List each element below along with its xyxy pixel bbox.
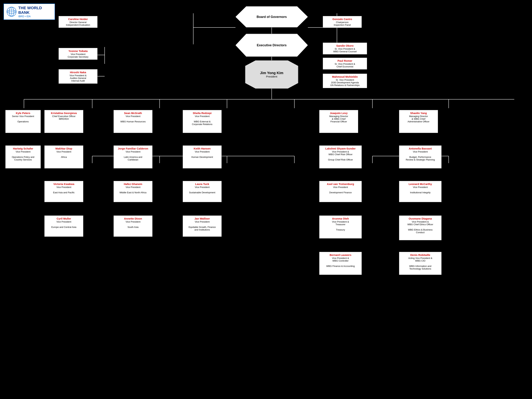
card-gonzalo: Gonzalo Castro ChairpersonInspection Pan… (323, 16, 362, 28)
card-bernard: Bernard Lauwers Vice President &WBG Cont… (319, 252, 362, 275)
card-jan: Jan Walliser Vice PresidentEquitable Gro… (183, 215, 222, 237)
card-hafez: Hafez Ghanem Vice PresidentMiddle East &… (114, 181, 152, 202)
logo-subtitle: IBRD • IDA (18, 15, 52, 18)
card-sean: Sean McGrath Vice PresidentWBG Human Res… (114, 110, 152, 133)
exec-directors-label: Executive Directors (257, 44, 287, 47)
card-annette: Annette Dixon Vice PresidentSouth Asia (114, 215, 152, 237)
logo: THE WORLD BANK IBRD • IDA (4, 4, 55, 20)
card-antonella: Antonella Bassani Vice PresidentBudget, … (399, 146, 442, 168)
card-makhtar: Makhtar Diop Vice PresidentAfrica (44, 146, 83, 168)
card-paul: Paul Romer Sr. Vice President &Chief Eco… (323, 58, 367, 70)
org-chart: THE WORLD BANK IBRD • IDA Board of Gover… (0, 0, 532, 399)
president-title: President (266, 75, 277, 78)
logo-title: THE WORLD BANK (18, 6, 52, 15)
card-hiroshi: Hiroshi Naka Vice President &Auditor-Gen… (58, 69, 98, 84)
card-laura: Laura Tuck Vice PresidentSustainable Dev… (183, 181, 222, 202)
card-leonard: Leonard McCarthy Vice PresidentInstituti… (399, 181, 442, 202)
card-caroline: Caroline Heider Director GeneralIndepend… (58, 16, 98, 28)
card-keith: Keith Hansen Vice PresidentHuman Develop… (183, 146, 222, 168)
card-mahmoud: Mahmoud Mohieldin Sr. Vice President2030… (323, 74, 367, 88)
card-joaquim: Joaquim Levy Managing Director& WBG Chie… (319, 110, 358, 133)
card-kristalina: Kristalina Georgieva Chief Executive Off… (44, 110, 83, 133)
card-denis: Denis Robitaille Acting Vice President &… (399, 252, 442, 275)
card-ousmane: Ousmane Diagana Vice President &WBG Chie… (399, 215, 442, 240)
card-arunma: Arunma Oteh Vice President &TreasurerTre… (319, 215, 362, 239)
card-lakshmi: Lakshmi Shyam-Sunder Vice President &WBG… (319, 146, 362, 168)
card-shaolin: Shaolin Yang Managing Director& WBG Chie… (399, 110, 438, 133)
board-label: Board of Governors (257, 15, 287, 19)
card-axel: Axel van Trotsenburg Vice PresidentDevel… (319, 181, 362, 202)
board-of-governors: Board of Governors (235, 6, 308, 27)
card-jorge: Jorge Familiar Calderon Vice PresidentLa… (114, 146, 152, 168)
president-name: Jim Yong Kim (260, 71, 283, 75)
card-hartwig: Hartwig Schafer Vice PresidentOperations… (5, 146, 41, 168)
card-cyril: Cyril Muller Vice PresidentEurope and Ce… (44, 215, 83, 237)
logo-text: THE WORLD BANK IBRD • IDA (18, 6, 52, 18)
card-sheila: Sheila Redzepi Vice PresidentWBG Externa… (183, 110, 222, 133)
executive-directors: Executive Directors (235, 34, 308, 57)
world-bank-globe-icon (6, 6, 17, 17)
card-yvonne: Yvonne Tsikata Vice PresidentCorporate S… (58, 48, 98, 60)
card-victoria: Victoria Kwakwa Vice PresidentEast Asia … (44, 181, 83, 202)
card-sandie: Sandie Okoro Sr. Vice President &WBG Gen… (323, 43, 367, 54)
president-box: Jim Yong Kim President (245, 60, 298, 89)
card-kyle: Kyle Peters Senior Vice PresidentOperati… (5, 110, 41, 133)
